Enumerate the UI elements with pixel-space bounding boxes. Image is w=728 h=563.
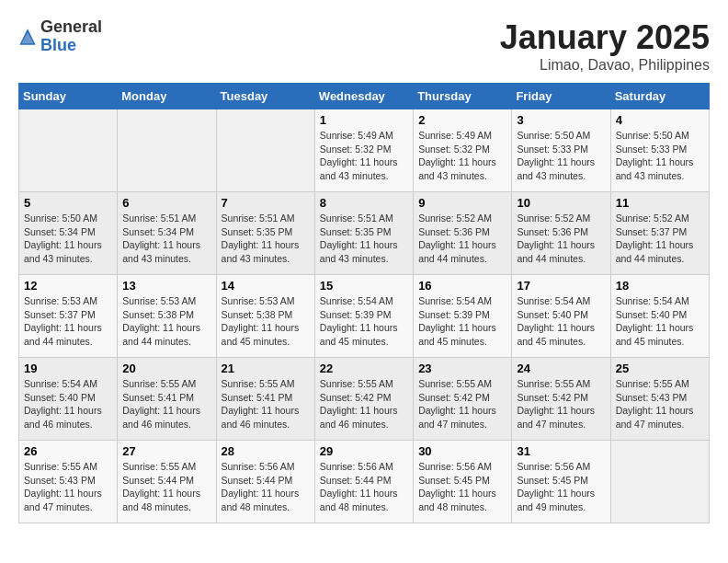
day-info: Sunrise: 5:52 AM Sunset: 5:36 PM Dayligh…: [418, 212, 506, 266]
day-info: Sunrise: 5:50 AM Sunset: 5:34 PM Dayligh…: [24, 212, 112, 266]
calendar-cell: 12Sunrise: 5:53 AM Sunset: 5:37 PM Dayli…: [19, 275, 118, 358]
calendar-week-row: 26Sunrise: 5:55 AM Sunset: 5:43 PM Dayli…: [19, 441, 710, 523]
day-info: Sunrise: 5:55 AM Sunset: 5:43 PM Dayligh…: [24, 460, 112, 514]
calendar-cell: 2Sunrise: 5:49 AM Sunset: 5:32 PM Daylig…: [414, 109, 512, 192]
calendar-cell: 1Sunrise: 5:49 AM Sunset: 5:32 PM Daylig…: [314, 109, 413, 192]
day-info: Sunrise: 5:55 AM Sunset: 5:42 PM Dayligh…: [517, 377, 605, 431]
day-info: Sunrise: 5:52 AM Sunset: 5:36 PM Dayligh…: [517, 212, 605, 266]
calendar-cell: [19, 109, 118, 192]
day-number: 24: [517, 362, 605, 375]
calendar-cell: 29Sunrise: 5:56 AM Sunset: 5:44 PM Dayli…: [314, 441, 413, 523]
day-info: Sunrise: 5:55 AM Sunset: 5:42 PM Dayligh…: [320, 377, 408, 431]
day-info: Sunrise: 5:50 AM Sunset: 5:33 PM Dayligh…: [517, 129, 605, 183]
logo-icon: [18, 28, 37, 46]
day-info: Sunrise: 5:56 AM Sunset: 5:44 PM Dayligh…: [222, 460, 310, 514]
day-number: 9: [418, 196, 506, 210]
calendar-cell: 6Sunrise: 5:51 AM Sunset: 5:34 PM Daylig…: [118, 192, 216, 275]
day-info: Sunrise: 5:49 AM Sunset: 5:32 PM Dayligh…: [418, 129, 506, 183]
calendar-cell: 4Sunrise: 5:50 AM Sunset: 5:33 PM Daylig…: [610, 109, 709, 192]
day-number: 14: [222, 279, 310, 293]
day-number: 21: [222, 362, 310, 375]
calendar-cell: 26Sunrise: 5:55 AM Sunset: 5:43 PM Dayli…: [19, 441, 118, 523]
calendar-cell: 28Sunrise: 5:56 AM Sunset: 5:44 PM Dayli…: [216, 441, 314, 523]
day-number: 26: [24, 444, 112, 458]
calendar-cell: 17Sunrise: 5:54 AM Sunset: 5:40 PM Dayli…: [512, 275, 610, 358]
day-number: 23: [418, 362, 506, 375]
weekday-header-monday: Monday: [118, 84, 216, 109]
day-info: Sunrise: 5:55 AM Sunset: 5:41 PM Dayligh…: [122, 377, 210, 431]
day-info: Sunrise: 5:54 AM Sunset: 5:40 PM Dayligh…: [517, 294, 605, 349]
weekday-header-saturday: Saturday: [610, 84, 709, 109]
day-info: Sunrise: 5:54 AM Sunset: 5:39 PM Dayligh…: [320, 294, 408, 349]
day-info: Sunrise: 5:53 AM Sunset: 5:37 PM Dayligh…: [24, 294, 112, 349]
page-header: General Blue January 2025 Limao, Davao, …: [18, 18, 710, 74]
day-number: 2: [418, 113, 506, 127]
weekday-header-sunday: Sunday: [19, 84, 118, 109]
logo: General Blue: [18, 18, 102, 55]
day-number: 13: [122, 279, 210, 293]
day-info: Sunrise: 5:54 AM Sunset: 5:39 PM Dayligh…: [418, 294, 506, 349]
calendar-cell: 22Sunrise: 5:55 AM Sunset: 5:42 PM Dayli…: [314, 358, 413, 441]
calendar-week-row: 5Sunrise: 5:50 AM Sunset: 5:34 PM Daylig…: [19, 192, 710, 275]
calendar-cell: 25Sunrise: 5:55 AM Sunset: 5:43 PM Dayli…: [610, 358, 709, 441]
calendar-cell: 19Sunrise: 5:54 AM Sunset: 5:40 PM Dayli…: [19, 358, 118, 441]
day-info: Sunrise: 5:51 AM Sunset: 5:35 PM Dayligh…: [222, 212, 310, 266]
day-number: 10: [517, 196, 605, 210]
calendar-cell: 14Sunrise: 5:53 AM Sunset: 5:38 PM Dayli…: [216, 275, 314, 358]
day-info: Sunrise: 5:53 AM Sunset: 5:38 PM Dayligh…: [222, 294, 310, 349]
day-number: 4: [616, 113, 704, 127]
calendar-cell: 30Sunrise: 5:56 AM Sunset: 5:45 PM Dayli…: [414, 441, 512, 523]
day-number: 12: [24, 279, 112, 293]
day-info: Sunrise: 5:52 AM Sunset: 5:37 PM Dayligh…: [616, 212, 704, 266]
day-info: Sunrise: 5:55 AM Sunset: 5:42 PM Dayligh…: [418, 377, 506, 431]
day-number: 30: [418, 444, 506, 458]
day-number: 16: [418, 279, 506, 293]
day-info: Sunrise: 5:56 AM Sunset: 5:45 PM Dayligh…: [517, 460, 605, 514]
title-block: January 2025 Limao, Davao, Philippines: [500, 18, 710, 74]
calendar-week-row: 19Sunrise: 5:54 AM Sunset: 5:40 PM Dayli…: [19, 358, 710, 441]
calendar-cell: 15Sunrise: 5:54 AM Sunset: 5:39 PM Dayli…: [314, 275, 413, 358]
location-text: Limao, Davao, Philippines: [500, 57, 710, 74]
day-info: Sunrise: 5:51 AM Sunset: 5:35 PM Dayligh…: [320, 212, 408, 266]
day-number: 28: [222, 444, 310, 458]
day-number: 22: [320, 362, 408, 375]
weekday-header-row: SundayMondayTuesdayWednesdayThursdayFrid…: [19, 84, 710, 109]
day-number: 1: [320, 113, 408, 127]
day-number: 5: [24, 196, 112, 210]
calendar-cell: 9Sunrise: 5:52 AM Sunset: 5:36 PM Daylig…: [414, 192, 512, 275]
day-number: 15: [320, 279, 408, 293]
calendar-cell: 7Sunrise: 5:51 AM Sunset: 5:35 PM Daylig…: [216, 192, 314, 275]
month-title: January 2025: [500, 18, 710, 57]
day-number: 20: [122, 362, 210, 375]
calendar-cell: 16Sunrise: 5:54 AM Sunset: 5:39 PM Dayli…: [414, 275, 512, 358]
calendar-cell: 24Sunrise: 5:55 AM Sunset: 5:42 PM Dayli…: [512, 358, 610, 441]
day-info: Sunrise: 5:55 AM Sunset: 5:41 PM Dayligh…: [222, 377, 310, 431]
day-number: 7: [222, 196, 310, 210]
calendar-cell: [118, 109, 216, 192]
day-number: 6: [122, 196, 210, 210]
logo-general-text: General: [40, 17, 102, 36]
day-info: Sunrise: 5:54 AM Sunset: 5:40 PM Dayligh…: [616, 294, 704, 349]
day-number: 27: [122, 444, 210, 458]
calendar-cell: 31Sunrise: 5:56 AM Sunset: 5:45 PM Dayli…: [512, 441, 610, 523]
calendar-week-row: 1Sunrise: 5:49 AM Sunset: 5:32 PM Daylig…: [19, 109, 710, 192]
weekday-header-wednesday: Wednesday: [314, 84, 413, 109]
day-number: 3: [517, 113, 605, 127]
calendar-week-row: 12Sunrise: 5:53 AM Sunset: 5:37 PM Dayli…: [19, 275, 710, 358]
calendar-cell: 21Sunrise: 5:55 AM Sunset: 5:41 PM Dayli…: [216, 358, 314, 441]
day-info: Sunrise: 5:56 AM Sunset: 5:45 PM Dayligh…: [418, 460, 506, 514]
day-info: Sunrise: 5:51 AM Sunset: 5:34 PM Dayligh…: [122, 212, 210, 266]
calendar-cell: 10Sunrise: 5:52 AM Sunset: 5:36 PM Dayli…: [512, 192, 610, 275]
calendar-cell: 5Sunrise: 5:50 AM Sunset: 5:34 PM Daylig…: [19, 192, 118, 275]
weekday-header-friday: Friday: [512, 84, 610, 109]
day-number: 31: [517, 444, 605, 458]
day-number: 25: [616, 362, 704, 375]
calendar-cell: 13Sunrise: 5:53 AM Sunset: 5:38 PM Dayli…: [118, 275, 216, 358]
calendar-cell: 18Sunrise: 5:54 AM Sunset: 5:40 PM Dayli…: [610, 275, 709, 358]
calendar-cell: 3Sunrise: 5:50 AM Sunset: 5:33 PM Daylig…: [512, 109, 610, 192]
calendar-cell: 27Sunrise: 5:55 AM Sunset: 5:44 PM Dayli…: [118, 441, 216, 523]
day-number: 17: [517, 279, 605, 293]
calendar-cell: 23Sunrise: 5:55 AM Sunset: 5:42 PM Dayli…: [414, 358, 512, 441]
day-number: 11: [616, 196, 704, 210]
calendar-cell: 8Sunrise: 5:51 AM Sunset: 5:35 PM Daylig…: [314, 192, 413, 275]
